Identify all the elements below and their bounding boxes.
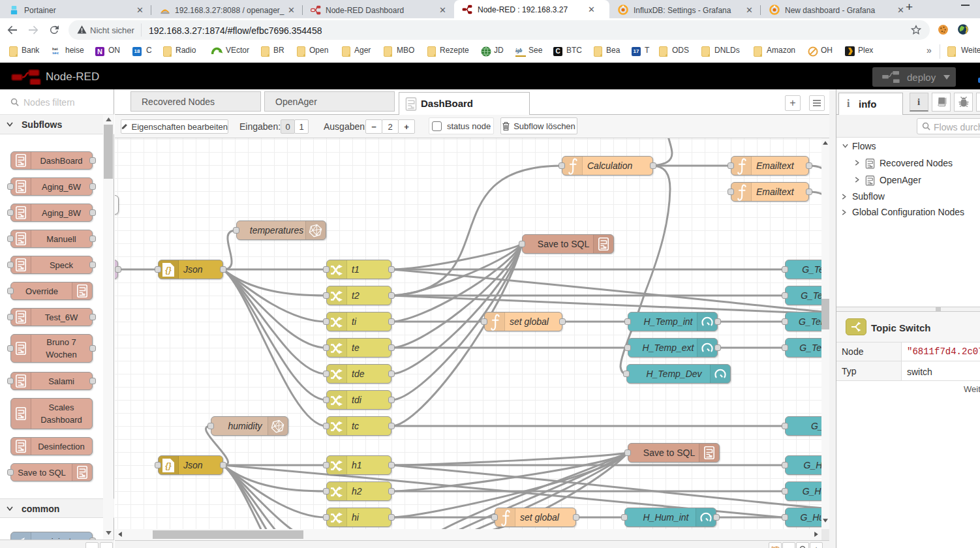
svg-text:{}: {} — [165, 461, 172, 470]
svg-text:{}: {} — [165, 266, 172, 275]
